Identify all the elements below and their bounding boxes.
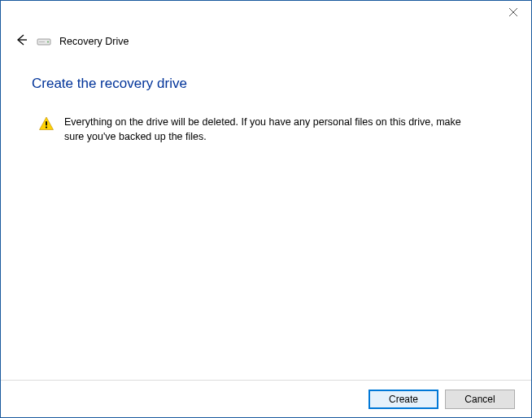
create-button[interactable]: Create [368, 390, 438, 409]
back-button[interactable] [14, 34, 28, 49]
back-arrow-icon [14, 33, 28, 50]
close-button[interactable] [508, 6, 520, 17]
drive-icon [37, 36, 51, 47]
warning-text: Everything on the drive will be deleted.… [64, 115, 475, 144]
warning-icon [38, 115, 55, 132]
svg-rect-6 [46, 121, 47, 126]
wizard-content: Create the recovery drive Everything on … [1, 50, 531, 144]
cancel-button[interactable]: Cancel [445, 390, 515, 409]
wizard-title: Recovery Drive [59, 36, 129, 47]
wizard-footer: Create Cancel [1, 380, 531, 417]
svg-point-4 [47, 41, 49, 43]
close-icon [508, 6, 518, 20]
wizard-header: Recovery Drive [1, 1, 531, 50]
page-heading: Create the recovery drive [32, 76, 500, 92]
svg-point-7 [46, 127, 47, 128]
warning-row: Everything on the drive will be deleted.… [32, 115, 500, 144]
